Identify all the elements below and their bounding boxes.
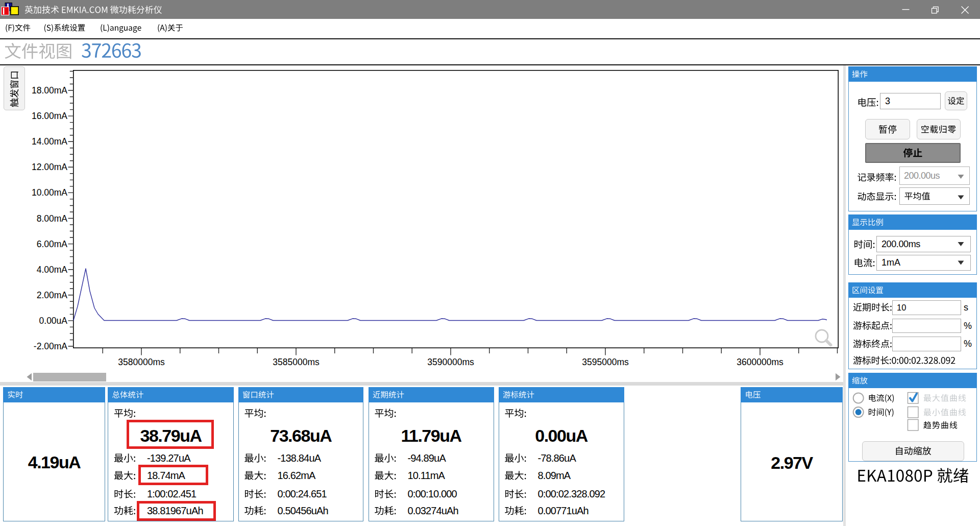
svg-text:0.00uA: 0.00uA [39, 316, 68, 326]
svg-text:3585000ms: 3585000ms [273, 357, 320, 367]
svg-text:16.00mA: 16.00mA [32, 111, 67, 121]
svg-text:8.00mA: 8.00mA [37, 213, 68, 224]
svg-text:3590000ms: 3590000ms [427, 357, 474, 367]
svg-text:6.00mA: 6.00mA [37, 239, 68, 249]
svg-text:3600000ms: 3600000ms [737, 357, 783, 367]
svg-text:14.00mA: 14.00mA [32, 136, 67, 147]
svg-text:4.00mA: 4.00mA [37, 265, 68, 275]
svg-text:12.00mA: 12.00mA [32, 162, 67, 172]
svg-text:2.00mA: 2.00mA [37, 290, 68, 300]
svg-text:3595000ms: 3595000ms [582, 357, 629, 367]
svg-text:3580000ms: 3580000ms [118, 357, 165, 367]
svg-text:-2.00mA: -2.00mA [34, 341, 67, 351]
svg-text:10.00mA: 10.00mA [32, 187, 67, 198]
svg-text:18.00mA: 18.00mA [32, 85, 67, 95]
